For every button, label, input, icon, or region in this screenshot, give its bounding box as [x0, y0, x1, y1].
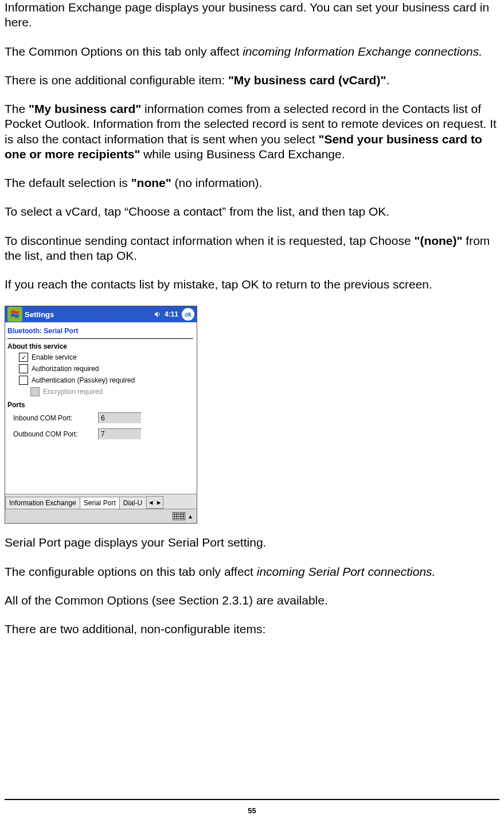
check-label: Encryption required — [43, 388, 103, 396]
footer-divider — [5, 799, 499, 800]
sip-up-arrow-icon[interactable]: ▲ — [187, 513, 193, 520]
divider — [7, 338, 193, 339]
text-bold: "(none)" — [414, 234, 462, 247]
port-inbound-row: Inbound COM Port: 6 — [5, 410, 197, 426]
tab-scroll-right-icon[interactable]: ► — [155, 497, 163, 508]
paragraph: The default selection is "none" (no info… — [5, 175, 499, 190]
keyboard-icon[interactable] — [173, 512, 185, 520]
document-page: Information Exchange page displays your … — [0, 0, 504, 823]
text: There is one additional configurable ite… — [5, 73, 228, 87]
paragraph: To discontinue sending contact informati… — [5, 233, 499, 264]
paragraph: There is one additional configurable ite… — [5, 73, 499, 88]
text: The configurable options on this tab onl… — [5, 565, 257, 578]
screen-subtitle: Bluetooth: Serial Port — [5, 322, 197, 335]
port-outbound-row: Outbound COM Port: 7 — [5, 426, 197, 442]
text: The — [5, 102, 29, 115]
tab-serial-port[interactable]: Serial Port — [80, 497, 120, 509]
text: (no information). — [171, 176, 263, 189]
paragraph: All of the Common Options (see Section 2… — [5, 593, 499, 608]
checkbox-icon — [30, 387, 40, 396]
window-title: Settings — [25, 310, 153, 319]
check-authorization[interactable]: Authorization required — [5, 363, 197, 375]
paragraph: If you reach the contacts list by mistak… — [5, 277, 499, 292]
text: while using Business Card Exchange. — [140, 147, 345, 161]
port-value-field: 6 — [98, 412, 142, 424]
checkbox-icon[interactable]: ✓ — [19, 353, 28, 362]
section-heading-about: About this service — [5, 341, 197, 352]
titlebar: Settings 4:11 ok — [5, 306, 197, 322]
checkbox-icon[interactable] — [19, 364, 28, 373]
text-bold: "none" — [131, 176, 171, 189]
check-authentication-passkey[interactable]: Authentication (Passkey) required — [5, 375, 197, 386]
paragraph: The configurable options on this tab onl… — [5, 564, 499, 579]
port-label: Inbound COM Port: — [13, 414, 98, 422]
text: The Common Options on this tab only affe… — [5, 45, 243, 58]
paragraph: The "My business card" information comes… — [5, 102, 499, 162]
tab-scroll: ◄ ► — [146, 496, 163, 509]
port-value-field: 7 — [98, 428, 142, 440]
sip-bar: ▲ — [5, 509, 197, 523]
paragraph: Information Exchange page displays your … — [5, 0, 499, 30]
paragraph: There are two additional, non-configurab… — [5, 622, 499, 637]
ok-button[interactable]: ok — [182, 308, 194, 321]
text: . — [386, 73, 389, 87]
checkbox-icon[interactable] — [19, 376, 28, 385]
paragraph: The Common Options on this tab only affe… — [5, 44, 499, 59]
paragraph: To select a vCard, tap “Choose a contact… — [5, 204, 499, 219]
check-label: Enable service — [32, 353, 77, 361]
tab-scroll-left-icon[interactable]: ◄ — [147, 497, 155, 508]
page-number: 55 — [0, 806, 504, 815]
paragraph: Serial Port page displays your Serial Po… — [5, 535, 499, 550]
text-bold: "My business card" — [29, 102, 141, 115]
check-encryption: Encryption required — [5, 386, 197, 397]
text-emphasis: incoming Information Exchange connection… — [243, 45, 482, 58]
text: To discontinue sending contact informati… — [5, 234, 414, 247]
tab-bar: Information Exchange Serial Port Dial-U … — [5, 494, 197, 509]
clock-time: 4:11 — [165, 310, 178, 318]
section-heading-ports: Ports — [5, 397, 197, 410]
text-bold: "My business card (vCard)" — [228, 73, 386, 87]
port-label: Outbound COM Port: — [13, 430, 98, 438]
check-label: Authentication (Passkey) required — [32, 376, 135, 384]
check-label: Authorization required — [32, 365, 99, 373]
tab-information-exchange[interactable]: Information Exchange — [5, 497, 80, 509]
device-screenshot: Settings 4:11 ok Bluetooth: Serial Port … — [5, 306, 197, 524]
text-emphasis: incoming Serial Port connections. — [257, 565, 436, 578]
start-icon[interactable] — [7, 307, 22, 322]
tab-dial-up[interactable]: Dial-U — [119, 497, 146, 509]
check-enable-service[interactable]: ✓ Enable service — [5, 352, 197, 363]
text: The default selection is — [5, 176, 131, 189]
blank-area — [5, 442, 197, 494]
volume-icon[interactable] — [153, 310, 162, 319]
